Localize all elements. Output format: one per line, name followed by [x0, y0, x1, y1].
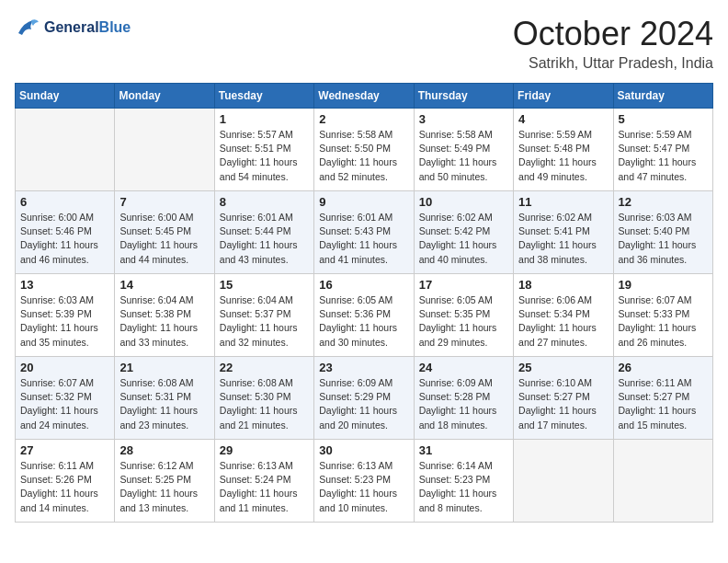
- day-number: 23: [319, 361, 408, 374]
- table-row: 12Sunrise: 6:03 AMSunset: 5:40 PMDayligh…: [613, 191, 712, 274]
- col-wednesday: Wednesday: [314, 84, 414, 109]
- table-row: 20Sunrise: 6:07 AMSunset: 5:32 PMDayligh…: [16, 357, 115, 440]
- table-row: 30Sunrise: 6:13 AMSunset: 5:23 PMDayligh…: [314, 440, 414, 523]
- day-info: Sunrise: 6:08 AMSunset: 5:30 PMDaylight:…: [220, 376, 309, 432]
- logo-icon: [15, 15, 40, 40]
- day-number: 3: [419, 112, 508, 126]
- table-row: 23Sunrise: 6:09 AMSunset: 5:29 PMDayligh…: [314, 357, 414, 440]
- day-number: 14: [119, 278, 209, 292]
- day-number: 2: [319, 112, 408, 126]
- day-number: 16: [319, 278, 408, 292]
- day-info: Sunrise: 6:05 AMSunset: 5:36 PMDaylight:…: [319, 293, 408, 350]
- table-row: 26Sunrise: 6:11 AMSunset: 5:27 PMDayligh…: [613, 357, 712, 440]
- table-row: [613, 440, 712, 523]
- logo: GeneralBlue: [15, 15, 131, 40]
- day-info: Sunrise: 6:02 AMSunset: 5:42 PMDaylight:…: [419, 211, 508, 267]
- table-row: 18Sunrise: 6:06 AMSunset: 5:34 PMDayligh…: [514, 274, 613, 357]
- table-row: 3Sunrise: 5:58 AMSunset: 5:49 PMDaylight…: [414, 109, 513, 191]
- day-number: 7: [119, 195, 209, 209]
- day-info: Sunrise: 6:06 AMSunset: 5:34 PMDaylight:…: [518, 293, 608, 350]
- day-info: Sunrise: 6:05 AMSunset: 5:35 PMDaylight:…: [419, 293, 508, 350]
- table-row: 25Sunrise: 6:10 AMSunset: 5:27 PMDayligh…: [514, 357, 613, 440]
- day-info: Sunrise: 6:03 AMSunset: 5:39 PMDaylight:…: [20, 293, 109, 350]
- table-row: 13Sunrise: 6:03 AMSunset: 5:39 PMDayligh…: [16, 274, 115, 357]
- day-info: Sunrise: 5:59 AMSunset: 5:48 PMDaylight:…: [518, 128, 608, 184]
- table-row: 22Sunrise: 6:08 AMSunset: 5:30 PMDayligh…: [214, 357, 313, 440]
- col-saturday: Saturday: [613, 84, 712, 109]
- day-number: 29: [220, 443, 309, 457]
- table-row: 10Sunrise: 6:02 AMSunset: 5:42 PMDayligh…: [414, 191, 513, 274]
- table-row: 16Sunrise: 6:05 AMSunset: 5:36 PMDayligh…: [314, 274, 414, 357]
- day-info: Sunrise: 6:11 AMSunset: 5:27 PMDaylight:…: [619, 376, 708, 432]
- day-number: 9: [319, 195, 408, 209]
- day-number: 18: [518, 278, 608, 292]
- table-row: 27Sunrise: 6:11 AMSunset: 5:26 PMDayligh…: [16, 440, 115, 523]
- table-row: [115, 109, 214, 191]
- table-row: 2Sunrise: 5:58 AMSunset: 5:50 PMDaylight…: [314, 109, 414, 191]
- day-info: Sunrise: 5:57 AMSunset: 5:51 PMDaylight:…: [220, 128, 309, 184]
- day-info: Sunrise: 6:09 AMSunset: 5:29 PMDaylight:…: [319, 376, 408, 432]
- day-number: 10: [419, 195, 508, 209]
- day-info: Sunrise: 6:07 AMSunset: 5:32 PMDaylight:…: [20, 376, 109, 432]
- table-row: 5Sunrise: 5:59 AMSunset: 5:47 PMDaylight…: [613, 109, 712, 191]
- day-number: 17: [419, 278, 508, 292]
- table-row: 8Sunrise: 6:01 AMSunset: 5:44 PMDaylight…: [214, 191, 313, 274]
- day-number: 4: [518, 112, 608, 126]
- day-info: Sunrise: 6:13 AMSunset: 5:24 PMDaylight:…: [220, 459, 309, 515]
- calendar-week-row: 6Sunrise: 6:00 AMSunset: 5:46 PMDaylight…: [16, 191, 713, 274]
- day-number: 30: [319, 443, 408, 457]
- day-info: Sunrise: 5:58 AMSunset: 5:50 PMDaylight:…: [319, 128, 408, 184]
- table-row: 9Sunrise: 6:01 AMSunset: 5:43 PMDaylight…: [314, 191, 414, 274]
- day-info: Sunrise: 6:13 AMSunset: 5:23 PMDaylight:…: [319, 459, 408, 515]
- day-number: 22: [220, 361, 309, 374]
- table-row: 11Sunrise: 6:02 AMSunset: 5:41 PMDayligh…: [514, 191, 613, 274]
- col-tuesday: Tuesday: [214, 84, 313, 109]
- table-row: 29Sunrise: 6:13 AMSunset: 5:24 PMDayligh…: [214, 440, 313, 523]
- day-number: 21: [119, 361, 209, 374]
- calendar-week-row: 27Sunrise: 6:11 AMSunset: 5:26 PMDayligh…: [16, 440, 713, 523]
- table-row: 4Sunrise: 5:59 AMSunset: 5:48 PMDaylight…: [514, 109, 613, 191]
- table-row: 28Sunrise: 6:12 AMSunset: 5:25 PMDayligh…: [115, 440, 214, 523]
- calendar-table: Sunday Monday Tuesday Wednesday Thursday…: [15, 83, 713, 523]
- day-number: 11: [518, 195, 608, 209]
- day-info: Sunrise: 6:00 AMSunset: 5:46 PMDaylight:…: [20, 211, 109, 267]
- col-friday: Friday: [514, 84, 613, 109]
- day-number: 6: [20, 195, 109, 209]
- day-info: Sunrise: 6:09 AMSunset: 5:28 PMDaylight:…: [419, 376, 508, 432]
- col-monday: Monday: [115, 84, 214, 109]
- day-number: 26: [619, 361, 708, 374]
- day-number: 13: [20, 278, 109, 292]
- location: Satrikh, Uttar Pradesh, India: [513, 55, 713, 72]
- table-row: 19Sunrise: 6:07 AMSunset: 5:33 PMDayligh…: [613, 274, 712, 357]
- page-header: GeneralBlue October 2024 Satrikh, Uttar …: [15, 15, 713, 72]
- table-row: 21Sunrise: 6:08 AMSunset: 5:31 PMDayligh…: [115, 357, 214, 440]
- month-title: October 2024: [513, 15, 713, 53]
- calendar-week-row: 20Sunrise: 6:07 AMSunset: 5:32 PMDayligh…: [16, 357, 713, 440]
- day-info: Sunrise: 6:07 AMSunset: 5:33 PMDaylight:…: [619, 293, 708, 350]
- day-info: Sunrise: 6:12 AMSunset: 5:25 PMDaylight:…: [119, 459, 209, 515]
- day-info: Sunrise: 6:14 AMSunset: 5:23 PMDaylight:…: [419, 459, 508, 515]
- day-info: Sunrise: 5:58 AMSunset: 5:49 PMDaylight:…: [419, 128, 508, 184]
- table-row: [16, 109, 115, 191]
- day-number: 15: [220, 278, 309, 292]
- table-row: 1Sunrise: 5:57 AMSunset: 5:51 PMDaylight…: [214, 109, 313, 191]
- day-info: Sunrise: 6:01 AMSunset: 5:43 PMDaylight:…: [319, 211, 408, 267]
- day-info: Sunrise: 6:01 AMSunset: 5:44 PMDaylight:…: [220, 211, 309, 267]
- col-sunday: Sunday: [16, 84, 115, 109]
- day-number: 25: [518, 361, 608, 374]
- day-number: 8: [220, 195, 309, 209]
- table-row: 17Sunrise: 6:05 AMSunset: 5:35 PMDayligh…: [414, 274, 513, 357]
- day-info: Sunrise: 6:02 AMSunset: 5:41 PMDaylight:…: [518, 211, 608, 267]
- table-row: 14Sunrise: 6:04 AMSunset: 5:38 PMDayligh…: [115, 274, 214, 357]
- day-number: 28: [119, 443, 209, 457]
- day-number: 27: [20, 443, 109, 457]
- day-number: 19: [619, 278, 708, 292]
- table-row: 7Sunrise: 6:00 AMSunset: 5:45 PMDaylight…: [115, 191, 214, 274]
- table-row: 31Sunrise: 6:14 AMSunset: 5:23 PMDayligh…: [414, 440, 513, 523]
- table-row: [514, 440, 613, 523]
- calendar-week-row: 13Sunrise: 6:03 AMSunset: 5:39 PMDayligh…: [16, 274, 713, 357]
- title-block: October 2024 Satrikh, Uttar Pradesh, Ind…: [513, 15, 713, 72]
- day-info: Sunrise: 5:59 AMSunset: 5:47 PMDaylight:…: [619, 128, 708, 184]
- day-info: Sunrise: 6:04 AMSunset: 5:37 PMDaylight:…: [220, 293, 309, 350]
- calendar-header-row: Sunday Monday Tuesday Wednesday Thursday…: [16, 84, 713, 109]
